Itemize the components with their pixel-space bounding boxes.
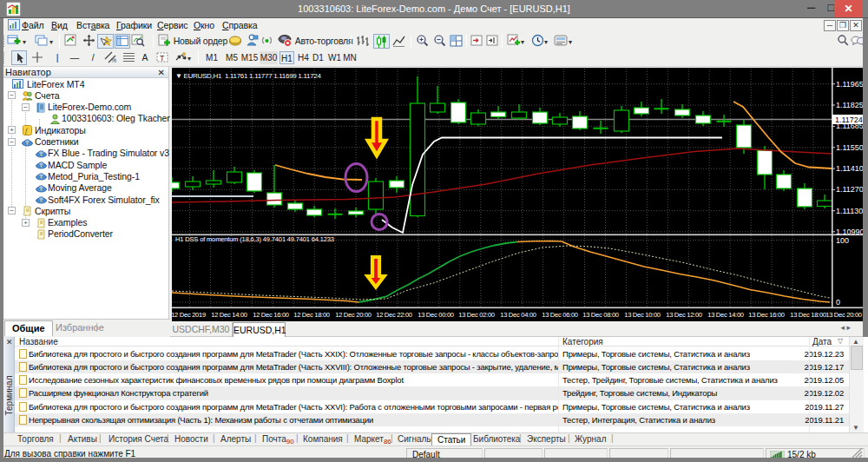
svg-text:13 Dec 20:00: 13 Dec 20:00 <box>825 311 862 319</box>
svg-text:▼ EURUSD,H1 1.11761 1.11777 1: ▼ EURUSD,H1 1.11761 1.11777 1.11699 1.11… <box>175 72 321 80</box>
svg-text:13 Dec 04:00: 13 Dec 04:00 <box>500 311 536 319</box>
svg-text:1.11270: 1.11270 <box>836 185 863 194</box>
svg-text:1.11965: 1.11965 <box>836 80 863 89</box>
svg-text:%: % <box>111 57 116 63</box>
svg-text:13 Dec 18:00: 13 Dec 18:00 <box>790 311 826 319</box>
svg-text:12 Dec 20:00: 12 Dec 20:00 <box>335 311 372 319</box>
svg-text:13 Dec 08:00: 13 Dec 08:00 <box>582 311 619 319</box>
svg-text:13 Dec 12:00: 13 Dec 12:00 <box>666 311 702 319</box>
svg-text:12 Dec 16:00: 12 Dec 16:00 <box>253 311 289 319</box>
svg-text:13 Dec 16:00: 13 Dec 16:00 <box>748 311 785 319</box>
svg-text:1.11825: 1.11825 <box>836 101 863 109</box>
svg-text:1.11550: 1.11550 <box>836 143 863 152</box>
svg-text:1.10990: 1.10990 <box>836 228 863 236</box>
svg-text:12 Dec 22:00: 12 Dec 22:00 <box>376 311 412 319</box>
svg-text:100: 100 <box>836 236 849 245</box>
svg-text:1.11130: 1.11130 <box>836 207 863 215</box>
svg-text:12 Dec 14:00: 12 Dec 14:00 <box>211 311 247 319</box>
svg-text:12 Dec 18:00: 12 Dec 18:00 <box>293 311 330 319</box>
svg-text:13 Dec 02:00: 13 Dec 02:00 <box>458 311 495 319</box>
svg-text:13 Dec 00:00: 13 Dec 00:00 <box>418 311 454 319</box>
svg-text:13 Dec 14:00: 13 Dec 14:00 <box>707 311 744 319</box>
svg-text:0: 0 <box>836 298 840 307</box>
svg-text:12 Dec 2019: 12 Dec 2019 <box>172 311 206 319</box>
svg-text:1.11724: 1.11724 <box>835 116 863 124</box>
svg-text:H1 DSS of momentum (18,6,3) 49: H1 DSS of momentum (18,6,3) 49.7401 49.7… <box>175 235 334 243</box>
svg-text:1.11410: 1.11410 <box>836 164 863 173</box>
svg-text:13 Dec 06:00: 13 Dec 06:00 <box>542 311 578 319</box>
svg-text:T: T <box>160 54 165 63</box>
svg-text:13 Dec 10:00: 13 Dec 10:00 <box>624 311 661 319</box>
